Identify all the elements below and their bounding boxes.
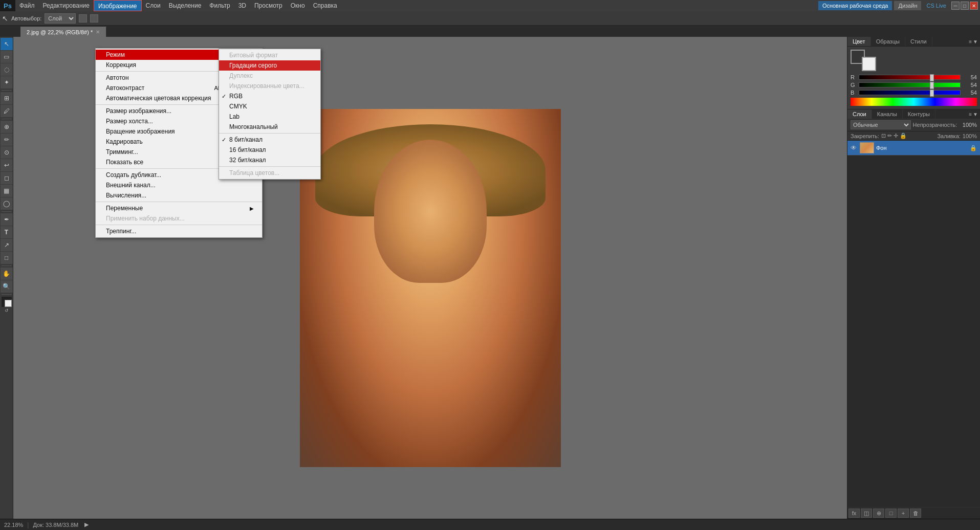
- marquee-tool[interactable]: ▭: [1, 51, 13, 63]
- eraser-tool[interactable]: ◻: [1, 172, 13, 184]
- layer-thumbnail: [860, 142, 874, 153]
- zoom-tool[interactable]: 🔍: [1, 280, 13, 293]
- heal-tool[interactable]: ⊕: [1, 121, 13, 133]
- magic-wand-tool[interactable]: ✦: [1, 76, 13, 89]
- layers-panel-collapse[interactable]: ▼: [973, 112, 978, 117]
- top-right: Основная рабочая среда Дизайн CS Live ─ …: [818, 1, 980, 10]
- layer-mask-button[interactable]: ◫: [861, 509, 872, 518]
- submenu-multichannel[interactable]: Многоканальный: [219, 122, 320, 132]
- tab-layers[interactable]: Слои: [847, 109, 872, 119]
- submenu-16bit[interactable]: 16 бит/канал: [219, 145, 320, 155]
- menu-primenite: Применить набор данных...: [96, 213, 262, 224]
- layer-delete-button[interactable]: 🗑: [910, 509, 921, 518]
- gradient-tool[interactable]: ▦: [1, 185, 13, 197]
- submenu-32bit[interactable]: 32 бит/канал: [219, 155, 320, 165]
- autovybor-label: Автовыбор:: [11, 15, 41, 21]
- menu-peremennye[interactable]: Переменные ▶: [96, 203, 262, 213]
- color-reset[interactable]: ↺: [5, 308, 9, 313]
- layer-visibility-icon[interactable]: 👁: [851, 144, 858, 151]
- submenu-gradacii[interactable]: Градации серого: [219, 60, 320, 71]
- lock-all-icon[interactable]: 🔒: [900, 132, 907, 139]
- opacity-label: Непрозрачность:: [913, 122, 957, 128]
- autovybor-select[interactable]: Слой Группа: [45, 13, 76, 24]
- menu-help[interactable]: Справка: [309, 0, 341, 11]
- channel-g: G 54: [851, 82, 977, 88]
- crop-tool[interactable]: ⊞: [1, 92, 13, 104]
- history-brush[interactable]: ↩: [1, 159, 13, 171]
- submenu-lab[interactable]: Lab: [219, 112, 320, 122]
- peremennye-arrow: ▶: [250, 206, 254, 211]
- layers-options: Обычные Непрозрачность: 100%: [847, 119, 980, 131]
- menu-file[interactable]: Файл: [15, 0, 39, 11]
- shape-tool[interactable]: □: [1, 252, 13, 264]
- doc-tab-active[interactable]: 2.jpg @ 22,2% (RGB/8#) * ✕: [20, 27, 106, 37]
- cs-live-label[interactable]: CS Live: [923, 3, 949, 9]
- design-button[interactable]: Дизайн: [894, 1, 921, 10]
- layers-panel-menu[interactable]: ≡: [969, 112, 972, 117]
- menu-image[interactable]: Изображение: [94, 0, 142, 11]
- channel-b-thumb[interactable]: [930, 90, 934, 97]
- tool-separator-1: [2, 90, 12, 91]
- lasso-tool[interactable]: ◌: [1, 63, 13, 76]
- stamp-tool[interactable]: ⊙: [1, 146, 13, 159]
- lock-position-icon[interactable]: ✛: [894, 132, 898, 139]
- color-panel-menu[interactable]: ≡: [969, 39, 972, 45]
- close-button[interactable]: ✕: [970, 2, 978, 10]
- channel-g-thumb[interactable]: [930, 82, 934, 89]
- layer-adjustment-button[interactable]: ⊕: [873, 509, 884, 518]
- tab-swatches[interactable]: Образцы: [871, 37, 905, 46]
- tab-channels[interactable]: Каналы: [872, 109, 903, 119]
- menu-select[interactable]: Выделение: [165, 0, 206, 11]
- maximize-button[interactable]: □: [961, 2, 969, 10]
- menu-filter[interactable]: Фильтр: [205, 0, 234, 11]
- lock-transparent-icon[interactable]: ⊡: [881, 132, 886, 139]
- tool-icon: ↖: [2, 14, 8, 23]
- channel-b-track: [859, 90, 961, 95]
- doc-tab-label: 2.jpg @ 22,2% (RGB/8#) *: [27, 27, 93, 37]
- dodge-tool[interactable]: ◯: [1, 197, 13, 210]
- path-select-tool[interactable]: ↗: [1, 239, 13, 251]
- menu-vneshni-kanal[interactable]: Внешний канал...: [96, 180, 262, 190]
- layer-new-button[interactable]: +: [898, 509, 909, 518]
- doc-tab-close[interactable]: ✕: [96, 27, 100, 37]
- layer-style-button[interactable]: fx: [848, 509, 860, 518]
- eyedropper-tool[interactable]: 🖊: [1, 105, 13, 117]
- menu-view[interactable]: Просмотр: [250, 0, 287, 11]
- blend-mode-select[interactable]: Обычные: [851, 120, 911, 129]
- foreground-color-swatch[interactable]: [2, 297, 12, 307]
- color-spectrum[interactable]: [851, 98, 977, 106]
- menu-layer[interactable]: Слои: [142, 0, 165, 11]
- submenu-rgb[interactable]: RGB: [219, 91, 320, 101]
- background-swatch[interactable]: [862, 57, 876, 71]
- tab-color[interactable]: Цвет: [847, 37, 871, 46]
- menu-3d[interactable]: 3D: [234, 0, 250, 11]
- hand-tool[interactable]: ✋: [1, 268, 13, 280]
- canvas-area: Режим ▶ Коррекция ▶ Автотон Shift+Ctrl+L…: [13, 37, 847, 519]
- menu-edit[interactable]: Редактирование: [39, 0, 94, 11]
- layer-item-fon[interactable]: 👁 Фон 🔒: [847, 141, 980, 156]
- tab-paths[interactable]: Контуры: [903, 109, 935, 119]
- menu-window[interactable]: Окно: [287, 0, 309, 11]
- color-panel-collapse[interactable]: ▼: [973, 39, 978, 45]
- lock-paint-icon[interactable]: ✏: [887, 132, 892, 139]
- workspace-button[interactable]: Основная рабочая среда: [818, 1, 892, 10]
- move-tool[interactable]: ↖: [1, 38, 13, 50]
- pen-tool[interactable]: ✒: [1, 213, 13, 226]
- menu-trepping[interactable]: Треппинг...: [96, 226, 262, 236]
- submenu-cmyk[interactable]: CMYK: [219, 101, 320, 112]
- canvas-image: [300, 109, 561, 467]
- status-arrow[interactable]: ▶: [84, 521, 89, 528]
- tool-separator-5: [2, 294, 12, 295]
- menu-vychisleniya[interactable]: Вычисления...: [96, 190, 262, 201]
- minimize-button[interactable]: ─: [951, 2, 960, 10]
- channel-r-thumb[interactable]: [930, 74, 934, 81]
- main-layout: ↖ ▭ ◌ ✦ ⊞ 🖊 ⊕ ✏ ⊙ ↩ ◻ ▦ ◯ ✒ T ↗ □ ✋ 🔍 ↺: [0, 37, 980, 519]
- tab-styles[interactable]: Стили: [905, 37, 932, 46]
- top-bar: Ps Файл Редактирование Изображение Слои …: [0, 0, 980, 11]
- text-tool[interactable]: T: [1, 226, 13, 238]
- brush-tool[interactable]: ✏: [1, 134, 13, 146]
- layer-group-button[interactable]: □: [885, 509, 897, 518]
- submenu-8bit[interactable]: 8 бит/канал: [219, 135, 320, 145]
- submenu-indeks: Индексированные цвета...: [219, 81, 320, 91]
- ps-logo: Ps: [0, 0, 15, 11]
